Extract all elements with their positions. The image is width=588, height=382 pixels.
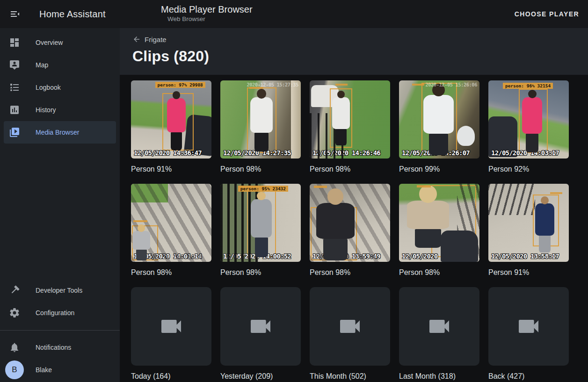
- folder-thumbnail: [310, 287, 390, 366]
- clip-card-12-05-2020-14-01-14[interactable]: 12/05/2020 14:01:14 Person 98%: [131, 184, 211, 277]
- clip-label: Person 98%: [310, 165, 390, 173]
- scene-object: [488, 184, 535, 215]
- scene-object: [291, 80, 301, 159]
- media-browser-play-icon: [9, 127, 20, 138]
- sidebar-item-logbook[interactable]: Logbook: [4, 76, 116, 99]
- breadcrumb-back-frigate[interactable]: Frigate: [132, 35, 167, 43]
- sidebar-item-map[interactable]: Map: [4, 54, 116, 76]
- content-header: Frigate Clips (820): [120, 28, 588, 75]
- sidebar-nav-footer: Developer Tools Configuration: [0, 279, 120, 324]
- bell-icon: [9, 342, 20, 353]
- clip-timestamp-overlay: 12/05/2020 14:36:47: [134, 149, 202, 157]
- sidebar-item-label: Developer Tools: [36, 287, 82, 294]
- detection-tag: person: 97% 29988: [155, 82, 205, 88]
- person-figure: [167, 91, 186, 150]
- logbook-list-icon: [9, 82, 20, 93]
- scene-object: [441, 231, 478, 262]
- sidebar-item-label: Overview: [36, 39, 63, 46]
- gear-icon: [9, 307, 20, 318]
- person-figure: [332, 91, 350, 145]
- sidebar-item-configuration[interactable]: Configuration: [4, 302, 116, 324]
- folder-thumbnail: [131, 287, 211, 366]
- breadcrumb-label: Frigate: [145, 36, 167, 43]
- sidebar-item-label: History: [36, 106, 56, 114]
- folder-label: Yesterday (209): [220, 372, 301, 381]
- folder-card-last-month-318[interactable]: Last Month (318): [399, 287, 479, 381]
- clip-label: Person 91%: [131, 165, 211, 173]
- folder-card-back-427[interactable]: Back (427): [488, 287, 569, 381]
- sidebar: Overview Map Logbook History Media Brows…: [0, 28, 120, 382]
- app-header: Home Assistant Media Player Browser Web …: [0, 0, 588, 28]
- sidebar-item-user[interactable]: B Blake: [0, 359, 120, 381]
- sidebar-item-label: Notifications: [36, 344, 71, 351]
- clip-label: Person 92%: [488, 165, 569, 173]
- clip-card-12-05-2020-14-26-46[interactable]: 12/05/2020 14:26:46 Person 98%: [310, 80, 390, 173]
- page-title: Clips (820): [132, 48, 588, 65]
- person-figure: [250, 89, 273, 151]
- content-body: person: 97% 29988 12/05/2020 14:36:47 Pe…: [120, 75, 588, 382]
- detection-tag: person: 96% 32154: [503, 83, 553, 89]
- page-header-title: Media Player Browser: [161, 4, 253, 15]
- map-account-icon: [9, 59, 20, 71]
- clip-card-12-05-2020-13-58-30[interactable]: 12/05/2020 13:58:30 Person 98%: [399, 184, 479, 277]
- sidebar-item-media-browser[interactable]: Media Browser: [4, 121, 116, 144]
- clip-label: Person 98%: [220, 268, 301, 277]
- sidebar-item-overview[interactable]: Overview: [4, 31, 116, 54]
- person-figure: [522, 90, 542, 152]
- clip-thumbnail: person: 95% 23432 12/05/2020 14:00:52: [220, 184, 301, 262]
- clip-thumbnail: 12/05/2020 13:59:49: [310, 184, 390, 262]
- folder-label: This Month (502): [310, 372, 390, 381]
- video-icon: [515, 313, 542, 339]
- clip-label: Person 99%: [399, 165, 479, 173]
- avatar: B: [5, 360, 24, 379]
- clip-label: Person 98%: [399, 268, 479, 277]
- app-title: Home Assistant: [39, 9, 106, 20]
- clip-label: Person 98%: [310, 268, 390, 277]
- sidebar-item-developer-tools[interactable]: Developer Tools: [4, 279, 116, 302]
- sidebar-item-label: Map: [36, 61, 48, 69]
- user-name: Blake: [36, 366, 52, 374]
- clip-label: Person 98%: [220, 165, 301, 173]
- clip-timestamp-overlay: 12/05/2020 13:58:17: [491, 252, 559, 260]
- folder-label: Last Month (318): [399, 372, 479, 381]
- video-icon: [426, 313, 452, 339]
- sidebar-item-notifications[interactable]: Notifications: [4, 336, 116, 359]
- choose-player-button[interactable]: CHOOSE PLAYER: [515, 10, 579, 18]
- camera-timestamp: 2020-12-05 15:26:06: [425, 82, 477, 87]
- clip-thumbnail: 12/05/2020 14:01:14: [131, 184, 211, 262]
- clip-thumbnail: person: 96% 32154 12/05/2020 14:03:17: [488, 80, 569, 159]
- menu-open-icon[interactable]: [4, 3, 26, 25]
- sidebar-nav-main: Overview Map Logbook History Media Brows…: [0, 31, 120, 144]
- media-grid: person: 97% 29988 12/05/2020 14:36:47 Pe…: [131, 80, 588, 381]
- folder-card-today-164[interactable]: Today (164): [131, 287, 211, 381]
- sidebar-item-history[interactable]: History: [4, 99, 116, 121]
- clip-thumbnail: 12/05/2020 14:26:46: [310, 80, 390, 159]
- clip-thumbnail: person: 97% 29988 12/05/2020 14:36:47: [131, 80, 211, 159]
- view-dashboard-icon: [9, 37, 20, 48]
- folder-label: Today (164): [131, 372, 211, 381]
- main-content: Frigate Clips (820) person: 97% 29988 12…: [120, 28, 588, 382]
- sidebar-spacer: [0, 144, 120, 279]
- clip-card-12-05-2020-14-26-07[interactable]: 2020-12-05 15:26:06 12/05/2020 14:26:07 …: [399, 80, 479, 173]
- person-figure: [251, 192, 272, 257]
- folder-thumbnail: [488, 287, 569, 366]
- clip-card-12-05-2020-13-58-17[interactable]: 12/05/2020 13:58:17 Person 91%: [488, 184, 569, 277]
- person-figure: [535, 196, 554, 252]
- folder-card-yesterday-209[interactable]: Yesterday (209): [220, 287, 301, 381]
- clip-card-12-05-2020-14-03-17[interactable]: person: 96% 32154 12/05/2020 14:03:17 Pe…: [488, 80, 569, 173]
- clip-card-12-05-2020-14-00-52[interactable]: person: 95% 23432 12/05/2020 14:00:52 Pe…: [220, 184, 301, 277]
- clip-card-12-05-2020-14-36-47[interactable]: person: 97% 29988 12/05/2020 14:36:47 Pe…: [131, 80, 211, 173]
- person-figure: [316, 188, 355, 260]
- clip-timestamp-overlay: 12/05/2020 14:26:46: [312, 149, 380, 157]
- clip-label: Person 91%: [488, 268, 569, 277]
- camera-timestamp: 2020-12-05 15:27:35: [247, 82, 298, 87]
- detection-tag: person: 95% 23432: [238, 186, 288, 192]
- clip-thumbnail: 12/05/2020 13:58:30: [399, 184, 479, 262]
- scene-object: [131, 184, 168, 202]
- folder-card-this-month-502[interactable]: This Month (502): [310, 287, 390, 381]
- clip-card-12-05-2020-13-59-49[interactable]: 12/05/2020 13:59:49 Person 98%: [310, 184, 390, 277]
- clip-card-12-05-2020-14-27-35[interactable]: 2020-12-05 15:27:35 12/05/2020 14:27:35 …: [220, 80, 301, 173]
- arrow-left-icon: [132, 35, 141, 43]
- sidebar-item-label: Logbook: [36, 84, 61, 91]
- person-figure: [132, 224, 150, 260]
